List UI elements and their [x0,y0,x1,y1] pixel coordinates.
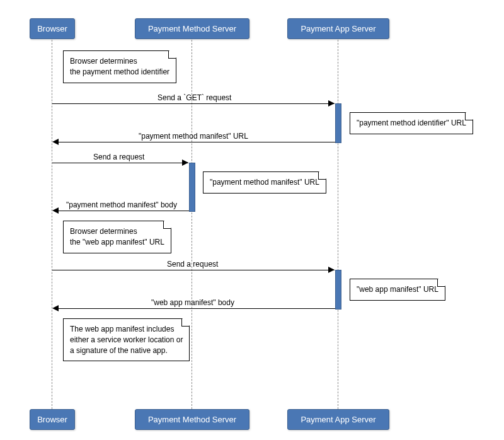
participant-browser-bottom: Browser [30,409,75,430]
arrow-icon [52,139,59,145]
note-wam-includes: The web app manifest includes either a s… [63,318,190,361]
note-text: The web app manifest includes [70,325,174,333]
arrow-icon [52,207,59,214]
note-wam-url: "web app manifest" URL [350,279,445,301]
participant-pms-top: Payment Method Server [135,18,249,39]
lifeline-browser [52,40,52,409]
note-pmm-url-2: "payment method manifest" URL [203,171,326,194]
msg-label-pmm-url: "payment method manifest" URL [139,132,248,141]
note-text: "web app manifest" URL [357,285,438,294]
note-text: "payment method manifest" URL [210,178,319,187]
msg-send-request-pas [52,270,335,270]
participant-pas-top: Payment App Server [287,18,389,39]
msg-label-get: Send a `GET` request [158,93,231,102]
msg-wam-body [59,308,335,309]
participant-pms-bottom: Payment Method Server [135,409,249,430]
note-text: Browser determines [70,57,137,66]
note-pmi-url: "payment method identifier" URL [350,112,473,134]
activation-pas-1 [335,103,341,143]
lifeline-pas [338,40,338,409]
msg-get-request [52,103,335,104]
note-determine-pmi: Browser determines the payment method id… [63,50,176,83]
msg-label-pmm-body: "payment method manifest" body [66,200,177,209]
participant-pas-bottom: Payment App Server [287,409,389,430]
note-text: a signature of the native app. [70,346,168,355]
note-text: the payment method identifier [70,67,169,76]
note-text: either a service worker location or [70,335,183,344]
activation-pas-2 [335,270,341,310]
msg-label-send-req-2: Send a request [167,260,218,269]
note-text: the "web app manifest" URL [70,238,164,246]
arrow-icon [328,267,335,273]
activation-pms-1 [189,163,195,212]
arrow-icon [52,305,59,311]
sequence-diagram: Browser Payment Method Server Payment Ap… [0,0,504,440]
arrow-icon [328,100,335,107]
msg-label-send-req: Send a request [93,153,144,161]
msg-label-wam-body: "web app manifest" body [151,298,234,307]
note-determine-wam: Browser determines the "web app manifest… [63,221,171,253]
note-text: Browser determines [70,227,137,236]
msg-send-request-pms [52,163,188,163]
participant-browser-top: Browser [30,18,75,39]
msg-pmm-url-response [59,142,335,142]
msg-pmm-body [59,211,189,211]
arrow-icon [182,159,188,166]
note-text: "payment method identifier" URL [357,119,466,127]
